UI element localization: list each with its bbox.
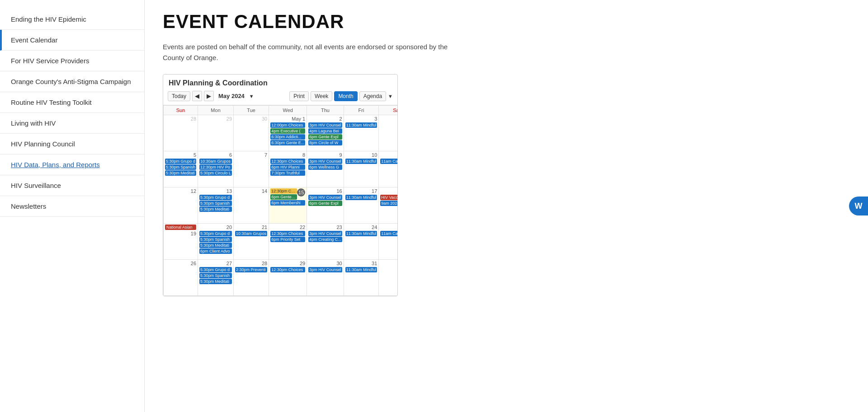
calendar-event[interactable]: 8pm Circle of W (308, 140, 342, 145)
calendar-event[interactable]: 5:30pm Meditati (165, 170, 196, 176)
day-cell[interactable]: 25 11am Caminos F (379, 224, 398, 260)
calendar-event[interactable]: 12:00pm Choices (270, 122, 305, 128)
day-cell[interactable]: 11 11am Caminos F (379, 151, 398, 187)
sidebar-item-event-calendar[interactable]: Event Calendar (0, 30, 144, 51)
day-cell[interactable]: 18 HIV Vaccine A... 9am 2024 LGBT (379, 187, 398, 224)
day-cell[interactable]: 31 11:30am Mindful (344, 260, 379, 296)
day-cell[interactable]: 16 3pm HIV Counsel 6pm Gente Expl (307, 187, 344, 224)
day-cell[interactable]: 20 5:30pm Grupo d 5:30pm Spanish 5:30pm … (198, 224, 234, 260)
wordpress-button[interactable]: W (849, 197, 868, 215)
day-cell[interactable]: 26 (164, 260, 198, 296)
dropdown-icon[interactable]: ▼ (249, 94, 254, 99)
day-cell[interactable]: 12 (164, 187, 198, 224)
calendar-event[interactable]: HIV Vaccine A... (380, 195, 398, 200)
calendar-event[interactable]: 11:30am Mindful (345, 267, 377, 272)
calendar-event[interactable]: 6:30pm Addicti... (270, 134, 305, 140)
day-cell[interactable]: 29 12:30pm Choices (269, 260, 307, 296)
calendar-event[interactable]: 5:30pm Spanish (199, 273, 232, 278)
day-cell[interactable]: 5 5:30pm Grupo d 5:30pm Spanish 5:30pm M… (164, 151, 198, 187)
calendar-event[interactable]: 5:30pm Spanish (165, 164, 196, 170)
calendar-event[interactable]: 6pm Priority Set (270, 237, 305, 242)
day-cell[interactable]: 8 12:30pm Choices 6pm HIV Planni 7:30pm … (269, 151, 307, 187)
calendar-event[interactable]: 5:30pm Meditati (199, 206, 232, 212)
calendar-event[interactable]: 3pm HIV Counsel (308, 231, 342, 236)
calendar-event[interactable]: 5:30pm Spanish (199, 201, 232, 206)
calendar-event[interactable]: 5:30pm Grupo d (199, 231, 232, 236)
calendar-event[interactable]: 6:30pm Gente E... (270, 140, 305, 145)
calendar-event[interactable]: 12:30pm HIV Po (199, 164, 232, 170)
day-cell[interactable]: 6 10:30am Grupos 12:30pm HIV Po 5:30pm C… (198, 151, 234, 187)
calendar-event[interactable]: 2:30pm Preventi (235, 267, 267, 272)
sidebar-item-for-hiv-service[interactable]: For HIV Service Providers (0, 51, 144, 71)
calendar-event[interactable]: 5:30pm Grupo d (199, 195, 232, 200)
calendar-event[interactable]: 5:30pm Meditati (199, 243, 232, 248)
calendar-event[interactable]: 5:30pm Grupo d (165, 159, 196, 164)
calendar-event[interactable]: 11:30am Mindful (345, 122, 377, 128)
day-cell[interactable]: May 1 12:00pm Choices 4pm Executive ( 6:… (269, 115, 307, 151)
week-button[interactable]: Week (311, 91, 332, 101)
calendar-event[interactable]: 5:30pm Spanish (199, 237, 232, 242)
calendar-event[interactable]: 12:30pm Choices (270, 188, 297, 194)
day-cell[interactable]: Jun 1 (379, 260, 398, 296)
calendar-event[interactable]: 6pm Gente Expl (308, 201, 342, 206)
calendar-event[interactable]: 12:30pm Choices (270, 159, 305, 164)
day-cell[interactable]: 30 3pm HIV Counsel (307, 260, 344, 296)
day-cell[interactable]: 22 12:30pm Choices 6pm Priority Set (269, 224, 307, 260)
calendar-event[interactable]: 11:30am Mindful (345, 159, 377, 164)
day-cell[interactable]: 24 11:30am Mindful (344, 224, 379, 260)
sidebar-item-newsletters[interactable]: Newsletters (0, 196, 144, 217)
day-cell[interactable]: 28 (164, 115, 198, 151)
day-cell[interactable]: 2 3pm HIV Counsel 4pm Laguna Bei 6pm Gen… (307, 115, 344, 151)
day-cell[interactable]: 3 11:30am Mindful (344, 115, 379, 151)
day-cell[interactable]: 10 11:30am Mindful (344, 151, 379, 187)
day-cell[interactable]: 30 (234, 115, 269, 151)
sidebar-item-surveillance[interactable]: HIV Surveillance (0, 175, 144, 196)
calendar-event[interactable]: 12:30pm Choices (270, 267, 305, 272)
day-cell[interactable]: 27 5:30pm Grupo d 5:30pm Spanish 5:30pm … (198, 260, 234, 296)
day-cell[interactable]: 13 5:30pm Grupo d 5:30pm Spanish 5:30pm … (198, 187, 234, 224)
day-cell[interactable]: 14 (234, 187, 269, 224)
calendar-event[interactable]: 11:30am Mindful (345, 195, 377, 200)
calendar-event[interactable]: 4pm Executive ( (270, 128, 305, 134)
sidebar-item-planning-council[interactable]: HIV Planning Council (0, 134, 144, 154)
calendar-event[interactable]: 4pm Creating C... (308, 237, 342, 242)
calendar-event[interactable]: 9am 2024 LGBT (380, 201, 398, 206)
day-cell[interactable]: 9 3pm HIV Counsel 6pm Wellness G (307, 151, 344, 187)
sidebar-item-routine-testing[interactable]: Routine HIV Testing Toolkit (0, 92, 144, 113)
sidebar-item-data-plans[interactable]: HIV Data, Plans, and Reports (0, 154, 144, 175)
prev-button[interactable]: ◀ (192, 91, 202, 101)
month-button[interactable]: Month (334, 91, 357, 101)
calendar-event[interactable]: 11am Caminos F (380, 231, 398, 236)
calendar-event[interactable]: 6pm Gente Expl (270, 194, 297, 200)
calendar-event[interactable]: 11:30am Mindful (345, 231, 377, 236)
day-cell[interactable]: 4 (379, 115, 398, 151)
calendar-event[interactable]: 10:30am Grupos (235, 231, 267, 236)
calendar-event[interactable]: 3pm HIV Counsel (308, 195, 342, 200)
calendar-event[interactable]: 6pm Wellness G (308, 164, 342, 170)
calendar-event[interactable]: 3pm HIV Counsel (308, 122, 342, 128)
calendar-event[interactable]: 4pm Laguna Bei (308, 128, 342, 134)
day-cell[interactable]: 23 3pm HIV Counsel 4pm Creating C... (307, 224, 344, 260)
calendar-event[interactable]: 6pm HIV Planni (270, 164, 305, 170)
calendar-event[interactable]: 11am Caminos F (380, 159, 398, 164)
sidebar-item-anti-stigma[interactable]: Orange County's Anti-Stigma Campaign (0, 71, 144, 92)
calendar-event[interactable]: 10:30am Grupos (199, 159, 232, 164)
calendar-event[interactable]: 5:30pm Grupo d (199, 267, 232, 272)
agenda-dropdown-icon[interactable]: ▼ (388, 94, 393, 99)
calendar-event[interactable]: 6pm Membershi (270, 200, 305, 206)
day-cell[interactable]: National Asian 19 (164, 224, 198, 260)
sidebar-item-ending-hiv[interactable]: Ending the HIV Epidemic (0, 9, 144, 30)
calendar-event[interactable]: 5:30pm Circulo L (199, 170, 232, 176)
calendar-event[interactable]: 7:30pm Truthful (270, 170, 305, 176)
sidebar-item-living-with-hiv[interactable]: Living with HIV (0, 113, 144, 134)
calendar-event[interactable]: 3pm HIV Counsel (308, 159, 342, 164)
day-cell[interactable]: 29 (198, 115, 234, 151)
calendar-event[interactable]: 3pm HIV Counsel (308, 267, 342, 272)
today-button[interactable]: Today (168, 91, 190, 101)
calendar-event[interactable]: 12:30pm Choices (270, 231, 305, 236)
next-button[interactable]: ▶ (204, 91, 214, 101)
day-cell[interactable]: 28 2:30pm Preventi (234, 260, 269, 296)
calendar-event[interactable]: 5:30pm Meditati (199, 279, 232, 284)
day-cell[interactable]: 17 11:30am Mindful (344, 187, 379, 224)
day-cell[interactable]: 7 (234, 151, 269, 187)
